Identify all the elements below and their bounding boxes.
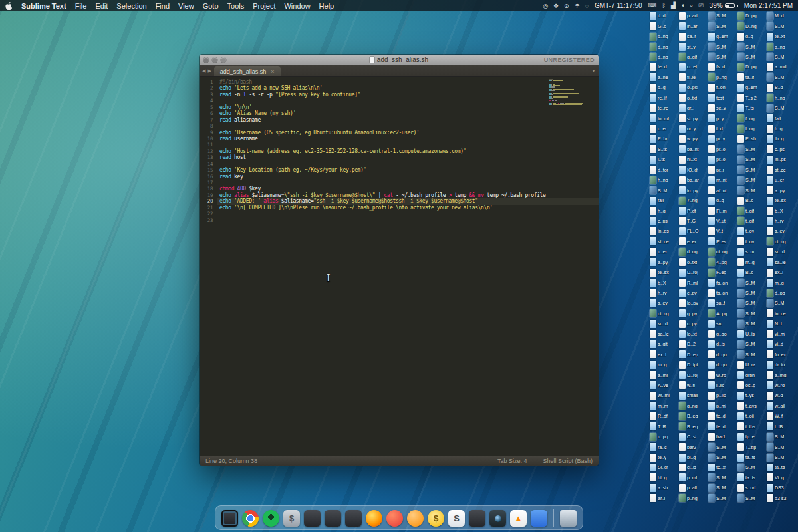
code-line-22[interactable] — [217, 211, 598, 217]
desktop-icon[interactable]: S..ts — [649, 144, 678, 154]
desktop-icon[interactable]: t..lB — [766, 422, 795, 432]
desktop-icon[interactable]: s..ort — [737, 483, 766, 493]
dock-icon-vlc[interactable]: ▲ — [510, 510, 527, 527]
code-line-10[interactable]: read username — [217, 136, 598, 142]
dock-icon-display[interactable] — [221, 510, 238, 527]
desktop-icon[interactable]: e..er — [678, 237, 708, 247]
desktop-icon[interactable]: lo..py — [678, 298, 708, 308]
desktop-icon[interactable]: vi..d — [766, 339, 795, 349]
desktop-icon[interactable]: c..er — [649, 124, 678, 134]
desktop-icon[interactable]: wi..ml — [649, 390, 678, 400]
dock-icon-dark4[interactable] — [469, 510, 485, 527]
desktop-icon[interactable]: N..t — [766, 319, 795, 329]
code-line-16[interactable]: read key — [217, 174, 598, 180]
desktop-icon[interactable]: p..ng — [708, 72, 737, 82]
bluetooth-icon[interactable]: ᛒ — [662, 2, 666, 9]
desktop-icon[interactable]: D..ep — [678, 349, 708, 359]
desktop-icon[interactable]: d..ng — [649, 52, 678, 62]
desktop-icon[interactable]: t..d — [708, 124, 737, 134]
desktop-icon[interactable]: lo..ml — [649, 113, 678, 123]
desktop-icon[interactable]: S..M — [708, 493, 737, 503]
record-icon[interactable]: ◎ — [543, 3, 548, 9]
desktop-icon[interactable]: fail — [766, 113, 795, 123]
desktop-icon[interactable]: S..M — [708, 21, 737, 31]
dock-icon-stile[interactable]: S — [448, 510, 465, 527]
desktop-icon[interactable]: S..M — [766, 432, 795, 442]
desktop-icon[interactable]: m..nt — [708, 175, 737, 185]
desktop-icon[interactable]: te..d — [649, 62, 678, 72]
desktop-icon[interactable]: h..g — [649, 205, 678, 215]
desktop-icon[interactable]: S..M — [737, 144, 766, 154]
desktop-icon[interactable]: st..y — [678, 41, 708, 51]
desktop-icon[interactable]: FL..O — [678, 226, 708, 236]
desktop-icon[interactable]: ta..if — [737, 72, 766, 82]
desktop-icon[interactable]: te..y — [649, 452, 678, 462]
desktop-icon[interactable]: d..d — [649, 11, 678, 21]
desktop-icon[interactable]: c..ps — [766, 144, 795, 154]
desktop-icon[interactable]: g..py — [678, 309, 708, 319]
desktop-icon[interactable]: S..M — [737, 175, 766, 185]
desktop-icon[interactable]: st..ce — [766, 165, 795, 175]
desktop-icon[interactable]: vi..ml — [766, 329, 795, 339]
desktop-icon[interactable]: te..sx — [649, 267, 678, 277]
desktop-icon[interactable]: p..ml — [708, 401, 737, 411]
dock-icon-trash[interactable] — [560, 510, 577, 527]
backup-icon[interactable]: ☂ — [575, 3, 580, 9]
desktop-icon[interactable]: S..M — [766, 21, 795, 31]
desktop-icon[interactable]: d..js — [708, 339, 737, 349]
desktop-icon[interactable]: D..ipt — [678, 360, 708, 370]
desktop-icon[interactable]: g..em — [708, 31, 737, 41]
dock-icon-dark2[interactable] — [325, 510, 341, 527]
desktop-icon[interactable]: i..ts — [649, 154, 678, 164]
desktop-icon[interactable]: ar..l — [649, 493, 678, 503]
code-line-18[interactable]: chmod 400 $key — [217, 186, 598, 192]
minimize-button[interactable] — [212, 57, 217, 63]
desktop-icon[interactable]: d..ng — [678, 247, 708, 257]
desktop-icon[interactable]: ni..xt — [678, 154, 708, 164]
desktop-icon[interactable]: d..go — [708, 349, 737, 359]
desktop-icon[interactable]: a..sh — [649, 483, 678, 493]
desktop-icon[interactable]: h..ry — [649, 288, 678, 298]
desktop-icon[interactable]: fi..ie — [678, 72, 708, 82]
desktop-icon[interactable]: w..py — [678, 134, 708, 144]
desktop-icon[interactable]: g..go — [708, 329, 737, 339]
desktop-icon[interactable]: S..M — [708, 442, 737, 452]
dock-icon-blue[interactable] — [531, 510, 547, 527]
desktop-icon[interactable]: p..art — [678, 11, 708, 21]
desktop-icon[interactable]: ta..ts — [737, 452, 766, 462]
volume-icon[interactable]: ◖ — [681, 2, 684, 9]
prev-tab-icon[interactable]: ◀ — [202, 68, 205, 74]
desktop-icon[interactable]: S..M — [737, 349, 766, 359]
desktop-icon[interactable]: te..d — [708, 422, 737, 432]
desktop-icon[interactable]: B..eg — [678, 422, 708, 432]
desktop-icon[interactable]: S..M — [708, 483, 737, 493]
desktop-icon[interactable]: U..js — [737, 329, 766, 339]
desktop-icon[interactable]: d..ng — [649, 41, 678, 51]
desktop-icon[interactable]: te..sx — [766, 196, 795, 205]
desktop-icon[interactable]: lo..xt — [678, 329, 708, 339]
desktop-icon[interactable]: c..py — [678, 319, 708, 329]
desktop-icon[interactable]: f..ng — [737, 113, 766, 123]
menu-goto[interactable]: Goto — [203, 2, 219, 10]
desktop-icon[interactable]: sa..le — [766, 257, 795, 267]
desktop-icon[interactable]: D..roj — [678, 370, 708, 380]
desktop-icon[interactable]: S..M — [766, 72, 795, 82]
code-line-12[interactable]: echo 'Host-name (address eg. ec2-35-182-… — [217, 148, 598, 154]
desktop-icon[interactable]: p..ng — [678, 493, 708, 503]
desktop-icon[interactable]: small — [678, 390, 708, 400]
desktop-icon[interactable]: sa..r — [678, 31, 708, 41]
desktop-icon[interactable]: p..ml — [678, 473, 708, 483]
desktop-icon[interactable]: a..md — [766, 370, 795, 380]
desktop-icon[interactable]: s..git — [649, 339, 678, 349]
desktop-icon[interactable]: in..ar — [678, 21, 708, 31]
code-line-20[interactable]: echo 'ADDED: ' alias $aliasname="ssh -i … — [217, 198, 598, 204]
utc-clock[interactable]: GMT-7 11:17:50 — [595, 2, 642, 9]
code-line-15[interactable]: echo 'Key Location (path eg. ~/Keys/your… — [217, 167, 598, 173]
code-line-1[interactable]: #!/bin/bash — [217, 79, 598, 85]
desktop-icon[interactable]: D..2 — [678, 339, 708, 349]
desktop-icon[interactable]: T..ts — [737, 103, 766, 113]
desktop-icon[interactable]: th..g — [766, 134, 795, 144]
desktop-icon[interactable]: D..pg — [737, 62, 766, 72]
desktop-icon[interactable]: p..y — [708, 113, 737, 123]
desktop-icon[interactable]: ra..c — [649, 442, 678, 452]
